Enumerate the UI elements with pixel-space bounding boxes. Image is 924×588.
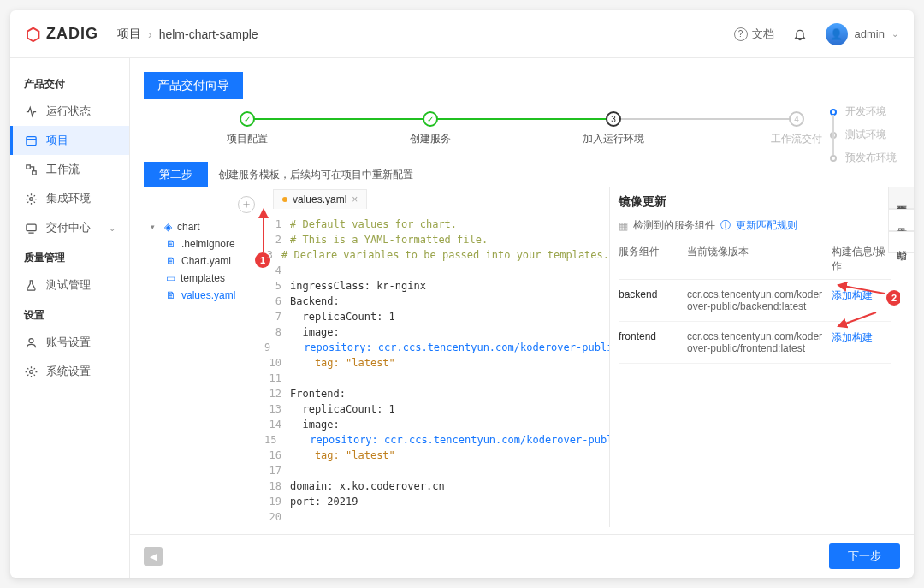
tab-label: values.yaml — [293, 193, 346, 205]
code-line: 1# Default values for chart. — [264, 217, 609, 232]
logo-icon: ⬡ — [26, 24, 41, 45]
header-right: ? 文档 👤 admin ⌄ — [734, 23, 898, 45]
env-option[interactable]: 测试环境 — [830, 128, 897, 142]
tree-node[interactable]: 🗎.helmignore — [147, 235, 260, 252]
next-button[interactable]: 下一步 — [829, 543, 900, 569]
code-line: 16 tag: "latest" — [264, 448, 609, 463]
step-dot-icon — [240, 111, 255, 127]
sidebar-item-user[interactable]: 账号设置 — [10, 328, 129, 357]
wizard-step[interactable]: 创建服务 — [339, 111, 522, 146]
step-dot-icon — [423, 111, 438, 127]
content: ＋ ▾ ◈ chart 🗎.helmignore🗎Chart.yaml▭temp… — [130, 187, 914, 534]
annotation-marker-2: 2 — [886, 290, 900, 306]
header: ⬡ ZADIG 项目 › helm-chart-sample ? 文档 👤 ad… — [10, 10, 914, 58]
env-option[interactable]: 开发环境 — [830, 104, 897, 119]
editor: values.yaml × 1# Default values for char… — [264, 187, 609, 527]
vertical-tab[interactable]: 镜像更新 — [888, 187, 914, 209]
svg-point-5 — [29, 338, 33, 342]
editor-tabs: values.yaml × — [264, 187, 609, 211]
breadcrumb-root[interactable]: 项目 — [117, 27, 141, 42]
svg-point-6 — [29, 370, 33, 373]
sidebar-item-gear[interactable]: 系统设置 — [10, 357, 129, 386]
bell-icon[interactable] — [793, 27, 807, 41]
sidebar-item-delivery[interactable]: 交付中心⌄ — [10, 213, 129, 242]
workflow-icon — [24, 163, 38, 176]
sidebar: 产品交付运行状态项目工作流集成环境交付中心⌄质量管理测试管理设置账号设置系统设置 — [10, 58, 130, 578]
code-line: 21registrySecret: "e▮▮▮▮ ▮▮ ▮▮ ▮▮▮▮ ▮▮▮▮… — [264, 525, 609, 527]
code-line: 5ingressClass: kr-nginx — [264, 278, 609, 294]
sidebar-item-activity[interactable]: 运行状态 — [10, 97, 129, 126]
avatar: 👤 — [826, 23, 848, 45]
tree-node[interactable]: 🗎values.yaml — [147, 287, 260, 304]
docs-link[interactable]: ? 文档 — [734, 27, 774, 42]
code-line: 13 replicaCount: 1 — [264, 401, 609, 417]
tree-node[interactable]: 🗎Chart.yaml — [147, 252, 260, 270]
code-line: 17 — [264, 463, 609, 478]
wizard-step[interactable]: 项目配置 — [156, 111, 339, 146]
file-tree: ＋ ▾ ◈ chart 🗎.helmignore🗎Chart.yaml▭temp… — [144, 187, 264, 527]
delivery-icon — [24, 221, 38, 235]
add-build-link[interactable]: 添加构建 — [832, 331, 873, 343]
close-tab-icon[interactable]: × — [352, 193, 358, 205]
sidebar-item-env[interactable]: 集成环境 — [10, 184, 129, 213]
tree-root[interactable]: ▾ ◈ chart — [147, 218, 260, 235]
chevron-down-icon: ⌄ — [109, 223, 116, 233]
step-dot-icon: 4 — [789, 111, 804, 127]
code-line: 18domain: x.ko.coderover.cn — [264, 478, 609, 494]
code-line: 19port: 20219 — [264, 494, 609, 509]
user-name: admin — [855, 27, 885, 40]
code-line: 20 — [264, 509, 609, 525]
code-area[interactable]: 1# Default values for chart.2# This is a… — [264, 211, 609, 527]
vertical-tab[interactable]: 变量 — [888, 209, 914, 231]
chart-icon: ◈ — [164, 221, 172, 233]
logo[interactable]: ⬡ ZADIG — [26, 24, 98, 45]
chevron-down-icon: ⌄ — [891, 29, 898, 39]
app-window: ⬡ ZADIG 项目 › helm-chart-sample ? 文档 👤 ad… — [10, 10, 914, 578]
step-dot-icon: 3 — [606, 111, 621, 127]
file-icon: 🗎 — [166, 238, 176, 250]
tree-node[interactable]: ▭templates — [147, 270, 260, 287]
code-line: 2# This is a YAML-formatted file. — [264, 232, 609, 247]
footer: ◀ 下一步 — [130, 534, 914, 578]
svg-point-3 — [29, 197, 33, 200]
add-build-link[interactable]: 添加构建 — [832, 289, 873, 301]
dirty-dot-icon — [282, 197, 287, 202]
user-menu[interactable]: 👤 admin ⌄ — [826, 23, 898, 45]
sidebar-item-project[interactable]: 项目 — [10, 126, 129, 155]
logo-text: ZADIG — [46, 25, 98, 43]
caret-icon: ▾ — [151, 223, 159, 231]
code-line: 4 — [264, 263, 609, 278]
code-line: 10 tag: "latest" — [264, 355, 609, 371]
folder-icon: ▭ — [166, 272, 175, 284]
sidebar-item-workflow[interactable]: 工作流 — [10, 155, 129, 184]
sidebar-section-title: 质量管理 — [10, 242, 129, 270]
wizard-steps: 项目配置创建服务3加入运行环境4工作流交付 — [130, 99, 914, 162]
step-desc: 创建服务模板，后续均可在项目中重新配置 — [218, 168, 413, 182]
user-icon — [24, 336, 38, 349]
sidebar-item-flask[interactable]: 测试管理 — [10, 270, 129, 300]
flask-icon — [24, 278, 38, 292]
table-row: frontendccr.ccs.tencentyun.com/koderover… — [619, 322, 891, 364]
activity-icon — [24, 104, 38, 118]
help-icon: ? — [734, 27, 748, 41]
add-service-button[interactable]: ＋ — [238, 196, 255, 213]
wizard-step[interactable]: 3加入运行环境 — [522, 111, 705, 146]
collapse-sidebar-button[interactable]: ◀ — [144, 547, 163, 566]
step-badge: 第二步 — [144, 162, 208, 187]
svg-rect-4 — [26, 224, 35, 231]
image-update-panel: 镜像更新 ▦ 检测到的服务组件 ⓘ 更新匹配规则 服务组件 当前镜像版本 构建信… — [609, 187, 900, 527]
breadcrumb-sep: › — [148, 27, 152, 41]
code-line: 9 repository: ccr.ccs.tencentyun.com/kod… — [264, 340, 609, 355]
sidebar-section-title: 产品交付 — [10, 68, 129, 97]
env-option[interactable]: 预发布环境 — [830, 151, 897, 165]
file-icon: 🗎 — [166, 289, 176, 301]
editor-tab[interactable]: values.yaml × — [273, 189, 367, 209]
code-line: 15 repository: ccr.ccs.tencentyun.com/ko… — [264, 432, 609, 448]
refresh-rules-link[interactable]: 更新匹配规则 — [736, 218, 797, 233]
vertical-tab[interactable]: 帮助 — [888, 231, 914, 253]
table-header: 服务组件 当前镜像版本 构建信息/操作 — [619, 240, 891, 280]
code-line: 6Backend: — [264, 294, 609, 309]
grid-icon: ▦ — [619, 220, 628, 232]
vertical-tabs: 镜像更新变量帮助 — [888, 187, 914, 253]
table-row: backendccr.ccs.tencentyun.com/koderover-… — [619, 280, 891, 322]
